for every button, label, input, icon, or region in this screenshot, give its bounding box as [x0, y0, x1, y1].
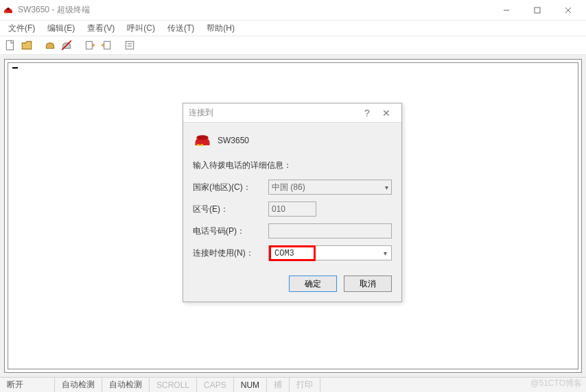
status-scroll: SCROLL: [150, 378, 197, 392]
svg-point-13: [196, 135, 209, 140]
titlebar: SW3650 - 超级终端: [0, 0, 586, 21]
area-input[interactable]: [268, 201, 316, 217]
dialog-title: 连接到: [189, 107, 358, 119]
send-icon[interactable]: [84, 39, 96, 51]
connect-label: 连接时使用(N)：: [193, 247, 268, 259]
maximize-button[interactable]: [521, 1, 552, 20]
dialog-close-button[interactable]: ✕: [377, 108, 396, 119]
dialog-header: SW3650: [193, 131, 392, 150]
help-button[interactable]: ?: [358, 108, 377, 119]
chevron-down-icon: ▾: [385, 184, 388, 191]
phone-label: 电话号码(P)：: [193, 225, 268, 237]
window-controls: [491, 1, 583, 20]
toolbar: [0, 36, 586, 55]
row-country: 国家(地区)(C)： 中国 (86) ▾: [193, 180, 392, 195]
status-num: NUM: [234, 378, 267, 392]
close-button[interactable]: [552, 1, 583, 20]
status-caps: CAPS: [197, 378, 234, 392]
status-autodetect-2: 自动检测: [102, 378, 150, 392]
menu-help[interactable]: 帮助(H): [201, 21, 240, 36]
window-title: SW3650 - 超级终端: [18, 4, 491, 16]
phone-input[interactable]: [268, 223, 392, 238]
open-icon[interactable]: [21, 39, 33, 51]
receive-icon[interactable]: [100, 39, 113, 51]
svg-rect-9: [104, 41, 110, 49]
new-icon[interactable]: [4, 39, 16, 51]
menu-file[interactable]: 文件(F): [3, 21, 40, 36]
status-autodetect-1: 自动检测: [55, 378, 102, 392]
row-phone: 电话号码(P)：: [193, 223, 392, 238]
properties-icon[interactable]: [124, 39, 136, 51]
dialog-instruction: 输入待拨电话的详细信息：: [193, 160, 392, 171]
status-connection: 断开: [0, 378, 55, 392]
connect-dialog: 连接到 ? ✕ SW3650 输入待拨电话的详细信息： 国家(地区)(C)： 中…: [183, 103, 402, 302]
app-icon: [3, 5, 14, 16]
chevron-down-icon: ▾: [384, 249, 391, 257]
svg-point-0: [7, 8, 10, 10]
connect-value: COM3: [272, 249, 313, 258]
country-label: 国家(地区)(C)：: [193, 182, 268, 193]
area-label: 区号(E)：: [193, 204, 268, 215]
cancel-button[interactable]: 取消: [344, 275, 392, 292]
minimize-button[interactable]: [491, 1, 521, 20]
phone-icon: [193, 131, 212, 150]
status-print: 打印: [290, 378, 320, 392]
status-capture: 捕: [267, 378, 290, 392]
menu-transfer[interactable]: 传送(T): [162, 21, 200, 36]
menu-call[interactable]: 呼叫(C): [121, 21, 161, 36]
svg-rect-14: [197, 144, 200, 146]
svg-rect-3: [535, 8, 540, 13]
watermark: @51CTO博客: [530, 378, 582, 389]
country-select[interactable]: 中国 (86) ▾: [268, 180, 392, 195]
statusbar: 断开 自动检测 自动检测 SCROLL CAPS NUM 捕 打印: [0, 377, 586, 392]
row-connect: 连接时使用(N)： COM3 ▾: [193, 245, 392, 260]
svg-rect-6: [6, 40, 13, 50]
svg-rect-1: [5, 12, 6, 14]
row-area: 区号(E)：: [193, 201, 392, 217]
menu-view[interactable]: 查看(V): [82, 21, 120, 36]
dialog-body: SW3650 输入待拨电话的详细信息： 国家(地区)(C)： 中国 (86) ▾…: [183, 123, 401, 271]
connection-name: SW3650: [218, 136, 249, 145]
highlight-annotation: COM3: [269, 245, 316, 261]
dialog-buttons: 确定 取消: [183, 271, 401, 302]
cursor-icon: [12, 67, 18, 69]
disconnect-icon[interactable]: [60, 39, 73, 51]
ok-button[interactable]: 确定: [289, 275, 337, 292]
svg-rect-15: [200, 144, 203, 146]
dialog-titlebar: 连接到 ? ✕: [183, 103, 401, 123]
country-value: 中国 (86): [272, 182, 305, 193]
connect-icon[interactable]: [44, 39, 56, 51]
svg-rect-8: [86, 41, 92, 49]
menu-edit[interactable]: 编辑(E): [42, 21, 80, 36]
svg-rect-10: [126, 41, 133, 49]
connect-select[interactable]: COM3 ▾: [268, 245, 392, 260]
menubar: 文件(F) 编辑(E) 查看(V) 呼叫(C) 传送(T) 帮助(H): [0, 21, 586, 36]
